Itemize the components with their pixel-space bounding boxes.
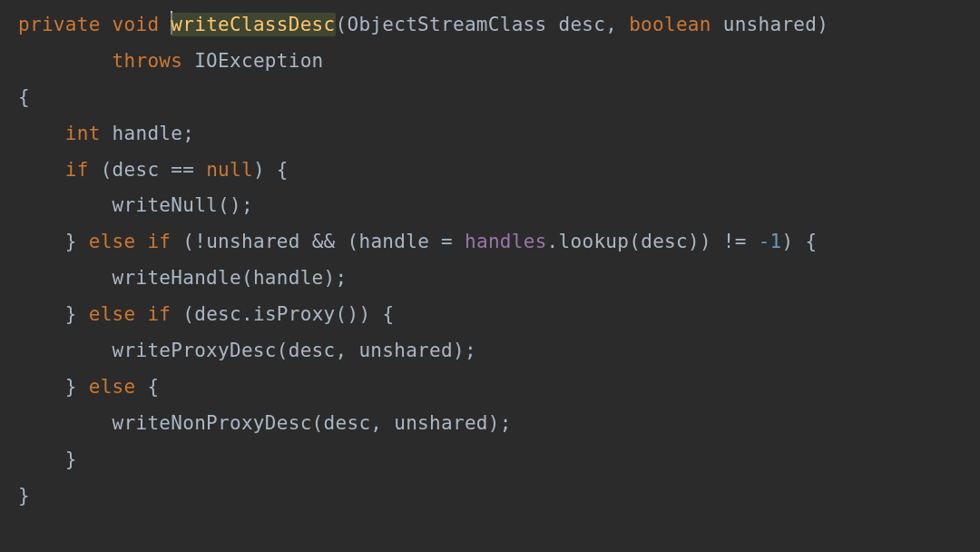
brace-open: { [382,303,394,325]
var-desc: desc [194,303,241,325]
paren-open: ( [182,303,194,325]
paren-close: ) [324,267,336,289]
method-call: isProxy [253,303,336,325]
code-line[interactable]: } else if (!unshared && (handle = handle… [0,224,980,261]
var-unshared: unshared [206,231,300,252]
method-call: writeNonProxyDesc [113,412,312,434]
var-unshared: unshared [394,412,488,434]
op-assign: = [441,231,453,252]
keyword-else: else [89,303,136,325]
param-name: unshared [723,14,818,35]
method-call: writeNull [113,194,219,216]
keyword-int: int [65,123,101,144]
code-line[interactable]: int handle; [0,116,980,153]
paren-open: ( [241,267,253,289]
semicolon: ; [336,267,348,289]
brace-close: } [65,303,77,325]
code-line[interactable]: } [0,442,980,478]
paren-open: ( [348,231,359,252]
comma: , [335,340,347,361]
comma: , [605,14,617,35]
paren-open: ( [101,159,113,181]
field-handles: handles [465,231,547,252]
paren-close: ) [348,303,359,325]
semicolon: ; [241,194,253,216]
paren-close: ) [817,14,828,35]
param-name: desc [558,14,605,35]
var-desc: desc [113,159,160,181]
brace-open: { [18,86,30,108]
paren-open: ( [277,340,289,361]
op-not: ! [194,231,206,252]
method-declaration-name: writeClassDesc [171,13,335,36]
method-call: lookup [559,231,630,252]
paren-close: ) [358,303,370,325]
var-handle: handle [253,267,324,289]
code-line[interactable]: writeProxyDesc(desc, unshared); [0,333,980,370]
op-eqeq: == [171,159,194,181]
paren-open: ( [336,14,348,35]
code-line[interactable]: throws IOException [0,44,980,80]
paren-close: ) [230,194,241,216]
paren-open: ( [182,231,194,252]
comma: , [370,412,382,434]
var-handle: handle [358,231,429,252]
brace-close: } [65,448,77,470]
keyword-if: if [65,159,89,181]
paren-open: ( [312,412,324,434]
paren-open: ( [336,303,348,325]
keyword-else: else [89,376,136,398]
keyword-private: private [18,14,101,35]
paren-close: ) [253,159,265,181]
paren-close: ) [700,231,711,252]
keyword-if: if [147,303,171,325]
code-line[interactable]: private void writeClassDesc(ObjectStream… [0,7,980,44]
semicolon: ; [465,340,476,361]
op-and: && [312,231,336,252]
keyword-null: null [206,159,253,181]
code-editor[interactable]: private void writeClassDesc(ObjectStream… [0,7,980,514]
semicolon: ; [182,123,194,144]
paren-close: ) [453,340,465,361]
brace-open: { [805,231,817,252]
number-literal: -1 [759,231,782,252]
method-call: writeProxyDesc [113,340,277,361]
code-line[interactable]: writeNull(); [0,188,980,224]
var-desc: desc [641,231,688,252]
keyword-void: void [113,14,160,35]
code-line[interactable]: writeNonProxyDesc(desc, unshared); [0,406,980,442]
code-line[interactable]: } [0,478,980,515]
code-line[interactable]: writeHandle(handle); [0,261,980,297]
keyword-boolean: boolean [629,14,711,35]
paren-close: ) [488,412,500,434]
var-desc: desc [324,412,371,434]
exception-type: IOException [194,50,323,72]
code-line[interactable]: { [0,80,980,116]
brace-open: { [147,376,159,398]
paren-close: ) [782,231,794,252]
var-handle: handle [113,123,183,144]
keyword-else: else [89,231,136,252]
brace-open: { [277,159,289,181]
method-call: writeHandle [113,267,241,289]
op-noteq: != [723,231,747,252]
code-line[interactable]: } else if (desc.isProxy()) { [0,297,980,333]
code-line[interactable]: if (desc == null) { [0,153,980,189]
keyword-throws: throws [113,50,183,72]
dot: . [241,303,253,325]
dot: . [547,231,559,252]
semicolon: ; [500,412,512,434]
brace-close: } [65,376,77,398]
brace-close: } [65,231,77,252]
var-desc: desc [289,340,336,361]
paren-open: ( [629,231,641,252]
paren-open: ( [218,194,230,216]
keyword-if: if [147,231,171,252]
code-line[interactable]: } else { [0,370,980,406]
var-unshared: unshared [358,340,453,361]
brace-close: } [18,485,30,507]
param-type: ObjectStreamClass [347,14,546,35]
paren-close: ) [688,231,700,252]
